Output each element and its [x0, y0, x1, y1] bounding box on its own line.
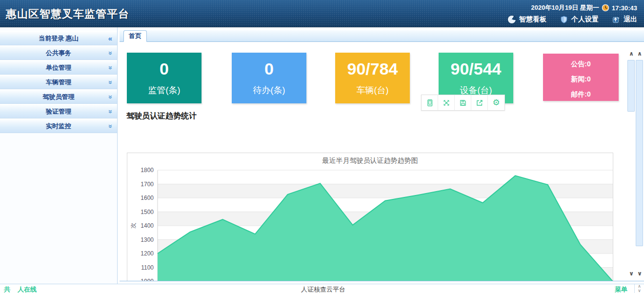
notice-card[interactable]: 公告:0 新闻:0 邮件:0: [543, 54, 619, 101]
svg-text:1600: 1600: [141, 195, 154, 201]
stat-value: 0: [232, 59, 306, 78]
main-content: 0 监管(条) 0 待办(条) 90/784 车辆(台) 90/544 设备(台…: [120, 42, 644, 281]
sidebar-item-label: 公共事务: [46, 49, 71, 57]
sidebar-item-driver-management[interactable]: 驾驶员管理 »: [0, 89, 117, 104]
chart-toolbox: ⚙: [421, 95, 505, 111]
sidebar-item-realtime-monitoring[interactable]: 实时监控 »: [0, 118, 117, 133]
chevron-double-down-icon: »: [107, 95, 114, 98]
footer-platform-label: 人证核查云平台: [301, 285, 345, 293]
sidebar: 当前登录 惠山 « 公共事务 » 单位管理 » 车辆管理 » 驾驶员管理 » 验…: [0, 27, 118, 284]
save-image-icon[interactable]: [455, 95, 471, 110]
sidebar-item-unit-management[interactable]: 单位管理 »: [0, 60, 117, 75]
sidebar-item-label: 单位管理: [46, 64, 71, 71]
time-label: 17:30:43: [612, 4, 637, 12]
section-title: 驾驶员认证趋势统计: [126, 111, 197, 121]
header-menu: 智慧看板 个人设置 退出: [508, 15, 637, 24]
stat-value: 90/544: [439, 59, 513, 78]
export-icon[interactable]: [471, 95, 488, 110]
scroll-up-icon[interactable]: ∧: [636, 50, 644, 57]
menu-item-dashboard[interactable]: 智慧看板: [508, 15, 546, 24]
chevron-double-down-icon: »: [107, 66, 114, 69]
chevron-double-down-icon: »: [107, 80, 114, 83]
chevron-double-down-icon: »: [107, 51, 114, 54]
svg-text:1200: 1200: [141, 250, 154, 257]
mobile-view-icon[interactable]: [422, 95, 438, 110]
menu-item-label: 个人设置: [571, 15, 599, 24]
svg-text:1100: 1100: [141, 264, 154, 271]
trend-area-chart: 180017001600150014001300120011001000次: [127, 153, 613, 281]
svg-text:次: 次: [130, 223, 137, 229]
online-count-suffix: 人在线: [18, 285, 37, 293]
svg-text:1400: 1400: [141, 222, 154, 229]
stat-value: 0: [127, 59, 201, 78]
scroll-up-icon[interactable]: ∧: [627, 50, 635, 57]
menu-item-label: 智慧看板: [519, 15, 546, 24]
chevron-double-down-icon: »: [107, 110, 114, 113]
svg-text:1300: 1300: [141, 236, 154, 243]
stat-value: 90/784: [335, 59, 410, 78]
app-title: 惠山区智慧叉车监管平台: [6, 7, 129, 21]
outer-scrollbar-thumb[interactable]: [636, 60, 643, 246]
sidebar-item-label: 车辆管理: [46, 78, 71, 86]
chart-title: 最近半月驾驶员认证趋势趋势图: [127, 156, 613, 165]
scroll-down-icon[interactable]: ∨: [636, 270, 644, 277]
settings-gear-icon[interactable]: ⚙: [488, 95, 504, 110]
sidebar-item-label: 验证管理: [46, 108, 71, 115]
sidebar-current-login[interactable]: 当前登录 惠山 «: [0, 31, 117, 45]
sidebar-item-label: 驾驶员管理: [43, 93, 75, 100]
date-label: 2020年10月19日 星期一: [531, 3, 599, 12]
fullscreen-icon[interactable]: [438, 95, 455, 110]
svg-text:1500: 1500: [141, 209, 154, 215]
tab-home[interactable]: 首页: [123, 30, 147, 42]
sidebar-item-public-affairs[interactable]: 公共事务 »: [0, 45, 117, 60]
stat-label: 车辆(台): [335, 84, 410, 96]
trend-chart-panel: 最近半月驾驶员认证趋势趋势图 1800170016001500140013001…: [127, 153, 613, 281]
footer-spinner[interactable]: ∧∨: [634, 284, 644, 293]
notice-news: 新闻:0: [543, 72, 619, 87]
notice-announcements: 公告:0: [543, 57, 619, 72]
menu-item-personal-settings[interactable]: 个人设置: [560, 15, 599, 24]
stat-card-todo[interactable]: 0 待办(条): [232, 53, 306, 103]
online-count-prefix: 共: [4, 285, 10, 293]
inner-scrollbar-thumb[interactable]: [627, 60, 635, 112]
datetime-row: 2020年10月19日 星期一 17:30:43: [531, 3, 638, 12]
spinner-down-icon[interactable]: ∨: [638, 288, 641, 293]
stat-label: 待办(条): [232, 84, 306, 96]
shield-icon: [560, 16, 568, 23]
menu-item-label: 退出: [624, 15, 637, 24]
app-header: 惠山区智慧叉车监管平台 2020年10月19日 星期一 17:30:43 智慧看…: [0, 0, 644, 27]
sidebar-item-verification-management[interactable]: 验证管理 »: [0, 104, 117, 118]
pie-chart-icon: [508, 16, 516, 23]
notice-mail: 邮件:0: [543, 87, 619, 102]
menu-item-logout[interactable]: 退出: [612, 15, 637, 24]
svg-text:1000: 1000: [141, 278, 154, 281]
sidebar-item-label: 实时监控: [46, 122, 71, 130]
chevron-double-left-icon[interactable]: «: [108, 31, 112, 45]
current-login-label: 当前登录 惠山: [39, 35, 79, 42]
footer: 共 人在线 人证核查云平台 菜单 ∧∨: [0, 284, 644, 293]
svg-text:1700: 1700: [141, 181, 154, 188]
svg-text:1800: 1800: [141, 167, 154, 174]
tab-bar: 首页: [120, 30, 644, 42]
stat-card-supervision[interactable]: 0 监管(条): [127, 53, 201, 103]
logout-icon: [612, 16, 620, 23]
clock-icon: [602, 4, 609, 12]
chevron-double-down-icon: »: [107, 124, 114, 127]
stat-label: 监管(条): [127, 84, 201, 96]
scroll-down-icon[interactable]: ∨: [627, 270, 635, 277]
page: 惠山区智慧叉车监管平台 2020年10月19日 星期一 17:30:43 智慧看…: [0, 0, 644, 293]
stat-card-vehicles[interactable]: 90/784 车辆(台): [335, 53, 410, 103]
sidebar-item-vehicle-management[interactable]: 车辆管理 »: [0, 75, 117, 89]
footer-menu-link[interactable]: 菜单: [615, 285, 627, 293]
